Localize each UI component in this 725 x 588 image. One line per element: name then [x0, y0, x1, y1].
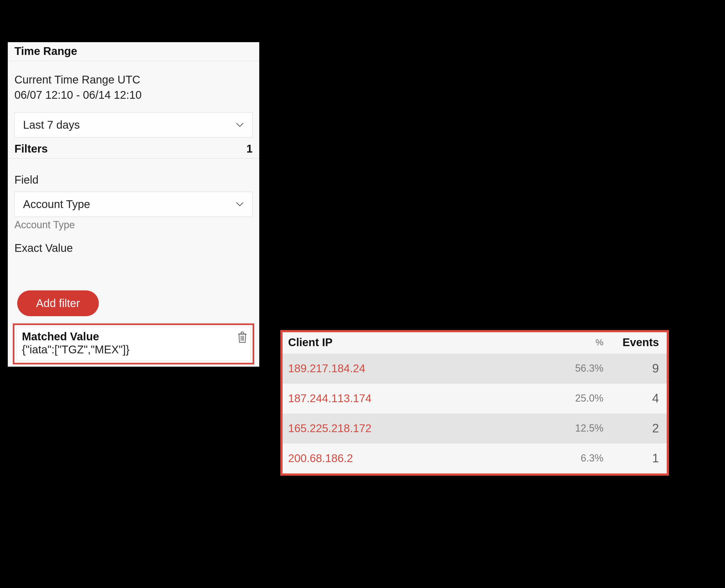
time-range-title: Time Range: [15, 45, 77, 58]
matched-value-text: {"iata":["TGZ","MEX"]}: [22, 343, 245, 356]
matched-value-highlight: Matched Value {"iata":["TGZ","MEX"]}: [13, 323, 254, 364]
filters-header: Filters 1: [8, 140, 259, 159]
time-range-preset-selected: Last 7 days: [23, 119, 80, 131]
current-time-range-value: 06/07 12:10 - 06/14 12:10: [15, 89, 253, 101]
column-header-client-ip[interactable]: Client IP: [288, 336, 542, 349]
chevron-down-icon: [236, 201, 244, 208]
trash-icon: [237, 331, 247, 343]
client-ip-cell[interactable]: 189.217.184.24: [288, 362, 542, 375]
filters-body: Field Account Type Account Type Exact Va…: [8, 159, 259, 323]
field-label: Field: [15, 174, 253, 186]
time-range-header: Time Range: [8, 42, 259, 61]
client-ip-cell[interactable]: 200.68.186.2: [288, 452, 542, 465]
table-row[interactable]: 200.68.186.2 6.3% 1: [283, 443, 667, 474]
exact-value-label: Exact Value: [15, 242, 253, 254]
percent-cell: 56.3%: [542, 362, 603, 374]
matched-value-card: Matched Value {"iata":["TGZ","MEX"]}: [16, 327, 251, 361]
column-header-events[interactable]: Events: [603, 336, 659, 349]
table-row[interactable]: 187.244.113.174 25.0% 4: [283, 383, 667, 414]
sidebar-panel: Time Range Current Time Range UTC 06/07 …: [8, 42, 259, 367]
percent-cell: 6.3%: [542, 453, 603, 464]
table-row[interactable]: 165.225.218.172 12.5% 2: [283, 414, 667, 443]
client-ip-table-header: Client IP % Events: [283, 332, 667, 354]
column-header-percent: %: [542, 337, 603, 348]
filters-title: Filters: [15, 143, 48, 155]
client-ip-table-highlight: Client IP % Events 189.217.184.24 56.3% …: [280, 330, 669, 476]
add-filter-button[interactable]: Add filter: [17, 290, 99, 316]
filters-count: 1: [246, 143, 253, 155]
events-cell: 1: [603, 451, 659, 465]
field-subtext: Account Type: [15, 219, 253, 231]
delete-filter-button[interactable]: [237, 331, 247, 344]
table-row[interactable]: 189.217.184.24 56.3% 9: [283, 354, 667, 383]
time-range-preset-select[interactable]: Last 7 days: [15, 112, 253, 138]
events-cell: 4: [603, 391, 659, 405]
field-select[interactable]: Account Type: [15, 192, 253, 217]
percent-cell: 12.5%: [542, 422, 603, 434]
events-cell: 2: [603, 421, 659, 435]
client-ip-cell[interactable]: 165.225.218.172: [288, 422, 542, 435]
client-ip-cell[interactable]: 187.244.113.174: [288, 392, 542, 405]
chevron-down-icon: [236, 122, 244, 128]
time-range-body: Current Time Range UTC 06/07 12:10 - 06/…: [8, 61, 259, 138]
field-selected: Account Type: [23, 198, 90, 211]
matched-value-title: Matched Value: [22, 330, 245, 343]
current-time-range-label: Current Time Range UTC: [15, 72, 253, 87]
events-cell: 9: [603, 361, 659, 375]
percent-cell: 25.0%: [542, 393, 603, 404]
